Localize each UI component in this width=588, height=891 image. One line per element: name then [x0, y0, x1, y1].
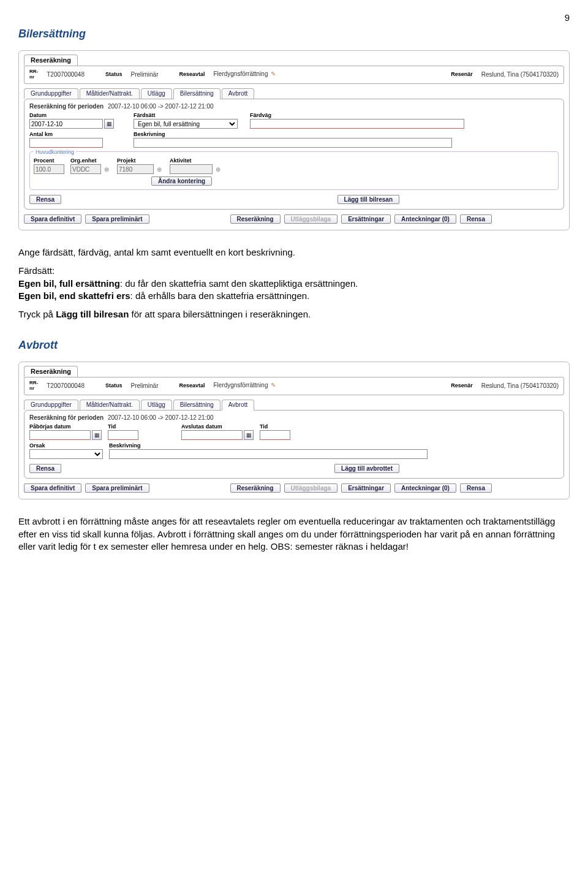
- fardsatt-select[interactable]: Egen bil, full ersättning: [134, 119, 238, 129]
- reseavtal-value: Flerdygnsförrättning ✎: [214, 382, 279, 389]
- tab-avbrott[interactable]: Avbrott: [222, 400, 255, 411]
- form-panel: Reseräkning för perioden 2007-12-10 06:0…: [24, 99, 564, 210]
- tab-grunduppgifter[interactable]: Grunduppgifter: [24, 88, 78, 99]
- lagg-till-paragraph: Tryck på Lägg till bilresan för att spar…: [18, 308, 570, 320]
- spara-definitivt-button[interactable]: Spara definitivt: [24, 483, 81, 493]
- reseavtal-label: Reseavtal: [179, 382, 205, 389]
- calendar-icon[interactable]: ▦: [244, 430, 254, 440]
- kontering-title: Huvudkontering: [34, 149, 76, 155]
- status-label: Status: [105, 71, 123, 77]
- procent-input: [34, 164, 64, 174]
- period-label: Reseräkning för perioden: [29, 103, 104, 110]
- fardvag-input[interactable]: [250, 119, 464, 129]
- bottom-button-row: Spara definitivt Spara preliminärt Reser…: [24, 483, 564, 493]
- tab-bilersattning[interactable]: Bilersättning: [173, 88, 221, 99]
- spara-definitivt-button[interactable]: Spara definitivt: [24, 214, 81, 224]
- tab-utlagg[interactable]: Utlägg: [141, 400, 172, 410]
- avslutas-datum-input[interactable]: [181, 430, 243, 440]
- reseavtal-value: Flerdygnsförrättning ✎: [214, 70, 279, 78]
- fardsatt-paragraph: Färdsätt: Egen bil, full ersättning: du …: [18, 265, 570, 302]
- section-title-avbrott: Avbrott: [18, 339, 570, 352]
- lookup-icon[interactable]: ⊕: [155, 165, 164, 173]
- andra-kontering-button[interactable]: Ändra kontering: [151, 176, 212, 186]
- rensa-button[interactable]: Rensa: [29, 464, 61, 473]
- record-header: RR- nr T2007000048 Status Preliminär Res…: [24, 66, 564, 84]
- avslutas-datum-label: Avslutas datum: [181, 423, 254, 430]
- antal-km-input[interactable]: [29, 138, 103, 148]
- fardvag-label: Färdväg: [250, 112, 559, 118]
- rensa-bottom-button[interactable]: Rensa: [460, 214, 492, 224]
- spara-preliminart-button[interactable]: Spara preliminärt: [85, 483, 149, 493]
- utlaggsbilaga-button: Utläggsbilaga: [284, 483, 338, 493]
- reserakning-button[interactable]: Reseräkning: [230, 483, 281, 493]
- avbrott-paragraph: Ett avbrott i en förrättning måste anges…: [18, 515, 570, 553]
- lookup-icon[interactable]: ⊕: [102, 165, 111, 173]
- period-value: 2007-12-10 06:00 -> 2007-12-12 21:00: [108, 414, 214, 421]
- avslutas-tid-input[interactable]: [260, 430, 290, 440]
- rensa-button[interactable]: Rensa: [29, 195, 61, 204]
- period-value: 2007-12-10 06:00 -> 2007-12-12 21:00: [108, 103, 214, 110]
- document-text-block-2: Ett avbrott i en förrättning måste anges…: [18, 515, 570, 553]
- resenar-value: Reslund, Tina (7504170320): [481, 71, 559, 78]
- status-value: Preliminär: [130, 382, 158, 389]
- orsak-select[interactable]: [29, 449, 103, 459]
- edit-icon[interactable]: ✎: [271, 382, 278, 389]
- datum-label: Datum: [29, 112, 127, 118]
- paborjas-tid-label: Tid: [108, 423, 138, 430]
- aktivitet-label: Aktivitet: [170, 157, 222, 164]
- calendar-icon[interactable]: ▦: [104, 119, 114, 129]
- instruction-paragraph: Ange färdsätt, färdväg, antal km samt ev…: [18, 246, 570, 259]
- anteckningar-button[interactable]: Anteckningar (0): [394, 483, 456, 493]
- paborjas-datum-input[interactable]: [29, 430, 91, 440]
- beskrivning-input[interactable]: [109, 449, 428, 459]
- ersattningar-button[interactable]: Ersättningar: [341, 214, 391, 224]
- lookup-icon[interactable]: ⊕: [214, 165, 222, 173]
- fardsatt-label: Färdsätt: [134, 112, 244, 118]
- edit-icon[interactable]: ✎: [271, 70, 278, 78]
- rr-nr-value: T2007000048: [47, 382, 85, 389]
- tab-grunduppgifter[interactable]: Grunduppgifter: [24, 400, 78, 410]
- bottom-button-row: Spara definitivt Spara preliminärt Reser…: [24, 214, 564, 224]
- lagg-till-bilresan-button[interactable]: Lägg till bilresan: [337, 195, 399, 204]
- orsak-label: Orsak: [29, 442, 103, 449]
- reserakning-button[interactable]: Reseräkning: [230, 214, 281, 224]
- form-panel-avbrott: Reseräkning för perioden 2007-12-10 06:0…: [24, 410, 564, 479]
- orgenhet-label: Org.enhet: [70, 157, 111, 164]
- record-header: RR- nr T2007000048 Status Preliminär Res…: [24, 377, 564, 395]
- app-screenshot-bilersattning: Reseräkning RR- nr T2007000048 Status Pr…: [18, 50, 570, 230]
- orgenhet-input: [70, 164, 101, 174]
- spara-preliminart-button[interactable]: Spara preliminärt: [85, 214, 149, 224]
- datum-input[interactable]: [29, 119, 103, 129]
- rr-nr-value: T2007000048: [47, 71, 85, 78]
- tab-maltider[interactable]: Måltider/Nattrakt.: [80, 400, 140, 410]
- tab-bilersattning[interactable]: Bilersättning: [173, 400, 221, 410]
- section-title-bilersattning: Bilersättning: [18, 28, 570, 40]
- main-tab-reserakning[interactable]: Reseräkning: [24, 55, 78, 66]
- kontering-box: Huvudkontering Procent Org.enhet ⊕ Proje…: [29, 151, 559, 190]
- rr-nr-label: RR- nr: [29, 69, 38, 80]
- reseavtal-label: Reseavtal: [179, 71, 205, 77]
- period-label: Reseräkning för perioden: [29, 414, 104, 421]
- beskrivning-input[interactable]: [134, 138, 452, 148]
- paborjas-datum-label: Påbörjas datum: [29, 423, 102, 430]
- projekt-input: [117, 164, 154, 174]
- avslutas-tid-label: Tid: [260, 423, 290, 430]
- resenar-label: Resenär: [451, 71, 473, 77]
- lagg-till-avbrott-button[interactable]: Lägg till avbrottet: [334, 464, 399, 473]
- utlaggsbilaga-button: Utläggsbilaga: [284, 214, 338, 224]
- main-tab-reserakning[interactable]: Reseräkning: [24, 366, 78, 377]
- projekt-label: Projekt: [117, 157, 164, 164]
- rensa-bottom-button[interactable]: Rensa: [460, 483, 492, 493]
- tab-maltider[interactable]: Måltider/Nattrakt.: [80, 88, 140, 99]
- tab-avbrott[interactable]: Avbrott: [222, 88, 255, 99]
- app-screenshot-avbrott: Reseräkning RR- nr T2007000048 Status Pr…: [18, 362, 570, 499]
- antal-km-label: Antal km: [29, 131, 127, 137]
- anteckningar-button[interactable]: Anteckningar (0): [394, 214, 456, 224]
- tab-utlagg[interactable]: Utlägg: [141, 88, 172, 99]
- procent-label: Procent: [34, 157, 64, 164]
- ersattningar-button[interactable]: Ersättningar: [341, 483, 391, 493]
- calendar-icon[interactable]: ▦: [92, 430, 102, 440]
- paborjas-tid-input[interactable]: [108, 430, 138, 440]
- resenar-value: Reslund, Tina (7504170320): [481, 382, 559, 389]
- beskrivning-label: Beskrivning: [109, 442, 559, 449]
